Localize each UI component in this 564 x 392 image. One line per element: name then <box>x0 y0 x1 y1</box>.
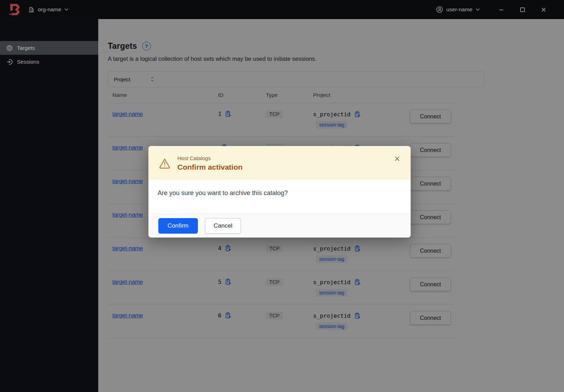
minimize-icon <box>499 7 504 12</box>
building-icon <box>28 6 35 13</box>
confirm-button[interactable]: Confirm <box>158 218 198 234</box>
chevron-down-icon <box>64 8 69 11</box>
sidebar-item-targets[interactable]: Targets <box>0 41 98 55</box>
org-menu-button[interactable]: org-name <box>28 6 69 13</box>
confirm-dialog: Host Catalogs Confirm activation Are you… <box>148 146 411 238</box>
maximize-button[interactable] <box>512 0 533 19</box>
close-window-icon <box>541 7 546 12</box>
sidebar-item-label: Targets <box>17 45 35 51</box>
dialog-footer: Confirm Cancel <box>148 213 411 238</box>
dialog-header: Host Catalogs Confirm activation <box>148 146 411 180</box>
app-window: org-name user-name <box>0 0 564 392</box>
cancel-button[interactable]: Cancel <box>205 218 241 234</box>
entry-icon <box>6 59 13 65</box>
sidebar-item-sessions[interactable]: Sessions <box>0 55 98 69</box>
minimize-button[interactable] <box>490 0 512 19</box>
close-icon <box>394 156 400 162</box>
org-name-label: org-name <box>38 6 61 13</box>
dialog-tagline: Host Catalogs <box>177 155 242 161</box>
window-controls <box>490 0 554 19</box>
dialog-message: Are you sure you want to archive this ca… <box>158 189 401 197</box>
dialog-close-button[interactable] <box>393 154 401 163</box>
sidebar-item-label: Sessions <box>17 59 39 65</box>
close-window-button[interactable] <box>533 0 554 19</box>
sidebar: Targets Sessions <box>0 19 98 392</box>
maximize-icon <box>520 7 525 12</box>
target-icon <box>6 45 13 51</box>
dialog-body: Are you sure you want to archive this ca… <box>148 180 411 213</box>
user-icon <box>436 6 443 13</box>
warning-triangle-icon <box>159 158 170 169</box>
dialog-title: Confirm activation <box>177 163 242 171</box>
user-menu-button[interactable]: user-name <box>436 6 480 13</box>
boundary-logo-icon <box>9 4 20 16</box>
chevron-down-icon <box>476 8 480 11</box>
user-name-label: user-name <box>446 6 472 13</box>
titlebar: org-name user-name <box>0 0 564 19</box>
